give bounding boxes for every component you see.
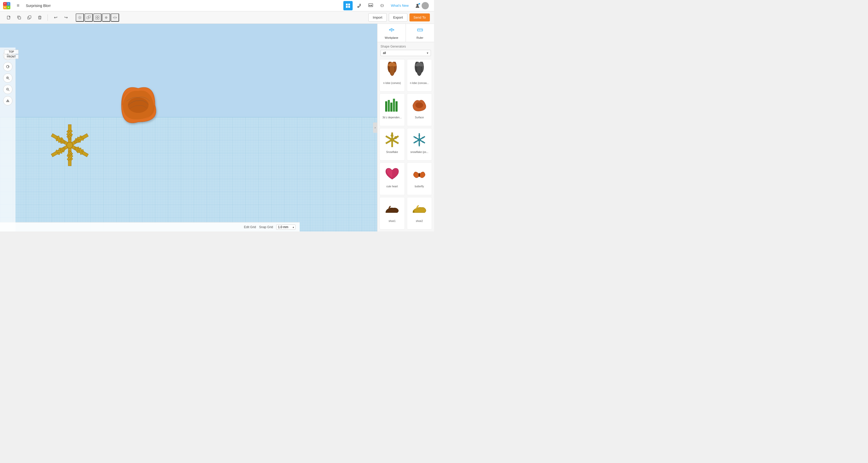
shape-item-cute-heart[interactable]: cute heart <box>379 162 405 195</box>
panel-collapse-btn[interactable]: › <box>373 122 377 133</box>
shape-item-n-lobe-concave[interactable]: n lobe (concav... <box>407 59 432 91</box>
workplane-btn[interactable]: Workplane <box>377 24 406 42</box>
viewport-canvas[interactable]: Edit Grid Snap Grid 0.1 mm 0.5 mm 1.0 mm… <box>0 24 377 232</box>
shape-item-shoe1[interactable]: shoe1 <box>379 197 405 229</box>
project-title: Surprising Blorr <box>26 4 340 8</box>
logo-t: T <box>3 2 7 6</box>
redo-btn[interactable]: ↪ <box>61 13 70 22</box>
shape-label-3d-z-dependent: 3d z dependen... <box>382 116 402 119</box>
send-to-btn[interactable]: Send To <box>409 13 430 22</box>
svg-rect-78 <box>390 102 393 112</box>
zoom-out-btn[interactable] <box>3 85 12 94</box>
zoom-in-btn[interactable] <box>3 73 12 83</box>
shape-label-surface: Surface <box>415 116 424 119</box>
shape-item-snowflake[interactable]: Snowflake <box>379 128 405 160</box>
shape-item-3d-z-dependent[interactable]: 3d z dependen... <box>379 94 405 126</box>
svg-rect-63 <box>417 29 423 31</box>
shape-item-n-lobe-convex[interactable]: n lobe (convex) <box>379 59 405 91</box>
shape-generators-header: Shape Generators all featured community … <box>377 42 434 57</box>
svg-rect-107 <box>413 211 414 213</box>
shape-grid: n lobe (convex) <box>377 57 434 232</box>
shape-item-surface[interactable]: Surface <box>407 94 432 126</box>
svg-rect-77 <box>388 100 390 112</box>
align-tool[interactable] <box>102 13 110 22</box>
snowflake-object[interactable] <box>46 122 93 168</box>
ruler-btn[interactable]: Ruler <box>406 24 434 42</box>
shape-thumb-snowflake <box>382 129 402 150</box>
svg-rect-76 <box>385 101 387 112</box>
import-btn[interactable]: Import <box>368 13 387 22</box>
shape-item-shoe2[interactable]: shoe2 <box>407 197 432 229</box>
snap-grid-select[interactable]: 0.1 mm 0.5 mm 1.0 mm 2.0 mm 5.0 mm 10.0 … <box>276 224 296 230</box>
user-avatar <box>422 2 429 9</box>
svg-point-60 <box>67 142 73 148</box>
svg-rect-2 <box>346 6 348 8</box>
duplicate-btn[interactable] <box>25 13 34 22</box>
shape-generators-title: Shape Generators <box>380 45 431 48</box>
left-panel <box>0 48 16 232</box>
perspective-btn[interactable] <box>3 96 12 105</box>
view-tools <box>76 13 119 22</box>
shape-thumb-shoe1 <box>382 198 402 219</box>
sign-in-button[interactable]: + <box>413 1 431 10</box>
svg-rect-12 <box>29 16 31 18</box>
export-btn[interactable]: Export <box>389 13 407 22</box>
svg-point-81 <box>415 102 423 108</box>
shape-filter-select[interactable]: all featured community <box>380 50 431 56</box>
cube-top[interactable]: TOP <box>4 50 19 54</box>
svg-rect-26 <box>0 24 377 117</box>
edit-grid-text[interactable]: Edit Grid <box>244 225 256 229</box>
svg-rect-16 <box>96 16 97 17</box>
document-icon[interactable]: ≡ <box>13 1 23 10</box>
shape-thumb-snowflake-ps <box>409 129 430 150</box>
new-design-btn[interactable] <box>4 13 13 22</box>
bottom-bar: Edit Grid Snap Grid 0.1 mm 0.5 mm 1.0 mm… <box>0 222 300 232</box>
light-tool[interactable] <box>76 13 84 22</box>
flip-tool[interactable] <box>111 13 119 22</box>
shape-thumb-n-lobe-convex <box>382 60 402 81</box>
undo-btn[interactable]: ↩ <box>51 13 60 22</box>
view-cube[interactable]: TOP FRONT <box>4 50 19 59</box>
whats-new-link[interactable]: What's New <box>389 4 411 7</box>
svg-rect-1 <box>348 4 350 5</box>
workplane-icon <box>388 26 395 35</box>
svg-point-24 <box>7 100 8 101</box>
header-right-tools: {} What's New + <box>343 1 431 10</box>
gallery-view-btn[interactable] <box>366 1 375 10</box>
grid-view-btn[interactable] <box>343 1 352 10</box>
shape-item-snowflake-ps[interactable]: snowflake (ps... <box>407 128 432 160</box>
delete-btn[interactable] <box>35 13 44 22</box>
panel-tools: Workplane Ruler <box>377 24 434 42</box>
shape-label-n-lobe-concave: n lobe (concav... <box>410 82 429 85</box>
toolbar: ↩ ↪ <box>0 11 434 24</box>
shape-label-snowflake-ps: snowflake (ps... <box>410 151 428 153</box>
snap-grid-label: Snap Grid <box>259 225 273 229</box>
surface-shape <box>108 75 168 135</box>
svg-point-6 <box>416 4 418 6</box>
svg-rect-19 <box>98 18 99 20</box>
tinkercad-logo[interactable]: T I N K <box>3 2 10 9</box>
svg-point-105 <box>418 138 421 141</box>
ruler-label: Ruler <box>416 36 423 39</box>
svg-rect-0 <box>346 4 348 5</box>
main-area: TOP FRONT <box>0 24 434 232</box>
shape-label-n-lobe-convex: n lobe (convex) <box>383 82 401 85</box>
shape-label-shoe2: shoe2 <box>416 220 423 222</box>
orbit-btn[interactable] <box>3 62 12 71</box>
group-tool[interactable] <box>85 13 93 22</box>
code-view-btn[interactable]: {} <box>377 1 387 10</box>
shape-label-snowflake: Snowflake <box>386 151 398 153</box>
workplane-label: Workplane <box>385 36 398 39</box>
svg-rect-79 <box>393 99 395 112</box>
surface-object[interactable] <box>108 75 168 135</box>
tinker-view-btn[interactable] <box>355 1 364 10</box>
cube-front[interactable]: FRONT <box>4 55 19 59</box>
shape-filter-wrapper: all featured community ▼ <box>380 50 431 56</box>
shape-item-butterfly[interactable]: butterfly <box>407 162 432 195</box>
shape-label-shoe1: shoe1 <box>389 220 396 222</box>
logo-k: K <box>7 6 10 9</box>
ungroup-tool[interactable] <box>93 13 101 22</box>
shape-thumb-butterfly <box>409 164 430 184</box>
shape-label-butterfly: butterfly <box>414 185 424 188</box>
copy-design-btn[interactable] <box>14 13 24 22</box>
